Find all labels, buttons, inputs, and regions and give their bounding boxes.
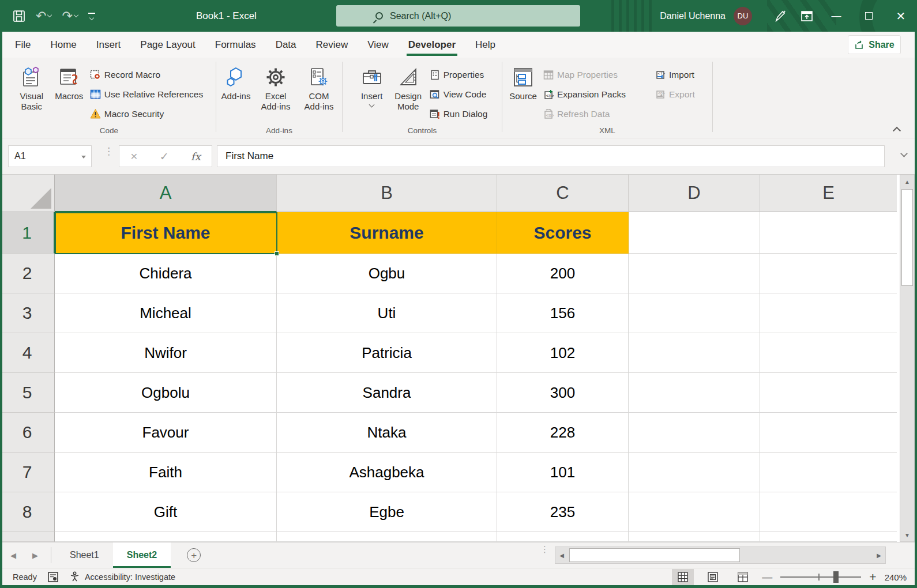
row-header-8[interactable]: 8 [0,492,55,532]
column-header-b[interactable]: B [277,175,497,212]
row-header-6[interactable]: 6 [0,413,55,453]
accessibility-checker-button[interactable]: Accessibility: Investigate [69,571,175,582]
scroll-right-button[interactable]: ▶ [873,547,885,563]
use-relative-references-button[interactable]: Use Relative References [90,85,203,103]
ribbon-display-options-button[interactable] [794,0,820,32]
name-box[interactable]: A1 [8,145,92,167]
zoom-out-button[interactable]: — [762,571,772,583]
zoom-in-button[interactable]: + [869,570,876,584]
expansion-packs-button[interactable]: <o> Expansion Packs [543,85,652,103]
expand-formula-bar-button[interactable] [901,151,907,156]
cell-a6[interactable]: Favour [55,413,277,453]
scroll-left-button[interactable]: ◀ [555,547,568,563]
row-header-7[interactable]: 7 [0,453,55,492]
tab-data[interactable]: Data [266,32,306,58]
cell-c2[interactable]: 200 [497,254,629,293]
tab-file[interactable]: File [2,32,40,58]
cell-c1[interactable]: Scores [497,212,629,254]
cell-b9[interactable] [277,532,497,542]
horizontal-scrollbar-thumb[interactable] [569,548,740,562]
avatar[interactable]: DU [734,7,752,25]
normal-view-button[interactable] [672,569,694,585]
cell-b3[interactable]: Uti [277,293,497,333]
cell-e3[interactable] [760,293,897,333]
cell-c9[interactable] [497,532,629,542]
vertical-scrollbar-thumb[interactable] [901,189,913,286]
tab-formulas[interactable]: Formulas [205,32,266,58]
fill-handle[interactable] [275,251,279,256]
minimize-button[interactable]: — [820,0,852,32]
cell-d6[interactable] [629,413,760,453]
zoom-level[interactable]: 240% [885,572,907,582]
maximize-button[interactable] [852,0,885,32]
cell-d5[interactable] [629,373,760,413]
new-sheet-button[interactable]: + [187,548,201,562]
sheet-tab-sheet2[interactable]: Sheet2 [113,542,171,568]
row-header-5[interactable]: 5 [0,373,55,413]
run-dialog-button[interactable]: Run Dialog [430,105,488,123]
macro-security-button[interactable]: Macro Security [90,105,203,123]
cell-d9[interactable] [629,532,760,542]
cell-e5[interactable] [760,373,897,413]
tab-help[interactable]: Help [465,32,505,58]
sheet-nav-right-icon[interactable]: ▶ [24,551,46,560]
customize-quick-access-toolbar-button[interactable] [88,13,95,20]
cell-c4[interactable]: 102 [497,333,629,373]
cell-c7[interactable]: 101 [497,453,629,492]
cell-b2[interactable]: Ogbu [277,254,497,293]
cell-b8[interactable]: Egbe [277,492,497,532]
sheet-tab-sheet1[interactable]: Sheet1 [56,542,113,568]
cell-b1[interactable]: Surname [277,212,497,254]
cell-c3[interactable]: 156 [497,293,629,333]
macro-record-button[interactable] [47,571,59,583]
cell-d3[interactable] [629,293,760,333]
cell-d8[interactable] [629,492,760,532]
formula-input[interactable]: First Name [217,145,885,167]
search-input[interactable]: Search (Alt+Q) [336,5,580,27]
share-button[interactable]: Share [848,35,901,54]
record-macro-button[interactable]: Record Macro [90,66,203,84]
scroll-up-button[interactable]: ▲ [900,175,914,188]
page-layout-view-button[interactable] [702,569,724,585]
cell-a8[interactable]: Gift [55,492,277,532]
cell-c5[interactable]: 300 [497,373,629,413]
cell-d4[interactable] [629,333,760,373]
cell-a1[interactable]: First Name [55,212,277,254]
cell-a9[interactable] [55,532,277,542]
cell-a5[interactable]: Ogbolu [55,373,277,413]
zoom-slider-thumb[interactable] [833,571,839,583]
cell-b4[interactable]: Patricia [277,333,497,373]
row-header-9[interactable] [0,532,55,542]
insert-function-button[interactable]: fx [191,150,201,163]
cell-e2[interactable] [760,254,897,293]
vertical-scrollbar[interactable]: ▲ ▼ [900,175,915,542]
row-header-4[interactable]: 4 [0,333,55,373]
column-header-c[interactable]: C [497,175,629,212]
save-button[interactable] [13,10,25,22]
cell-a4[interactable]: Nwifor [55,333,277,373]
cell-e1[interactable] [760,212,897,254]
undo-button[interactable]: ↶ [36,9,51,23]
cell-d2[interactable] [629,254,760,293]
zoom-slider[interactable] [780,569,861,585]
cell-d1[interactable] [629,212,760,254]
cell-b7[interactable]: Ashagbeka [277,453,497,492]
cell-b6[interactable]: Ntaka [277,413,497,453]
column-header-a[interactable]: A [55,175,277,212]
cell-e8[interactable] [760,492,897,532]
sheet-nav-left-icon[interactable]: ◀ [2,551,24,560]
cell-e4[interactable] [760,333,897,373]
page-break-preview-button[interactable] [732,569,754,585]
formula-bar-handle[interactable]: ⋮ [104,149,114,154]
cell-a7[interactable]: Faith [55,453,277,492]
ink-pen-button[interactable] [767,0,794,32]
cell-e6[interactable] [760,413,897,453]
tab-page-layout[interactable]: Page Layout [130,32,205,58]
row-header-3[interactable]: 3 [0,293,55,333]
horizontal-scrollbar[interactable]: ◀ ▶ [555,546,886,564]
tab-developer[interactable]: Developer [399,32,465,58]
row-header-1[interactable]: 1 [0,212,55,254]
tab-insert[interactable]: Insert [87,32,131,58]
cell-b5[interactable]: Sandra [277,373,497,413]
select-all-corner[interactable] [0,175,55,212]
